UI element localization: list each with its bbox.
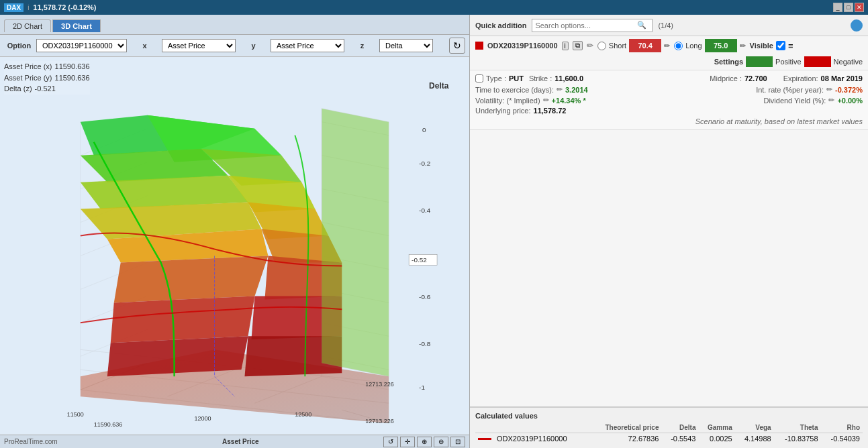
close-button[interactable]: ✕ — [855, 3, 864, 12]
calc-rho: -0.54039 — [821, 433, 863, 445]
search-input[interactable] — [535, 21, 636, 30]
tab-2d-chart[interactable]: 2D Chart — [4, 19, 51, 32]
az-value: -0.521 — [35, 83, 56, 95]
calc-header-vega: Vega — [735, 423, 774, 433]
volatility-edit-icon[interactable]: ✏ — [543, 96, 549, 105]
3d-chart-svg: Delta 0 -0.2 -0.4 -0.52 -0.52 -0.6 -0.8 … — [0, 57, 469, 435]
negative-label: Negative — [834, 58, 863, 66]
volatility-item: Volatility: (* Implied) ✏ +14.34% * — [475, 96, 586, 105]
int-rate-key: Int. rate (%per year): — [756, 86, 824, 94]
long-value-input[interactable]: 75.0 — [705, 39, 737, 52]
ay-value: 11590.636 — [55, 72, 90, 84]
int-rate-edit-icon[interactable]: ✏ — [826, 85, 832, 94]
ax-value: 11590.636 — [55, 61, 90, 72]
chart-tools: ↺ ✛ ⊕ ⊖ ⊡ — [383, 437, 465, 447]
option-copy-button[interactable]: ⧉ — [573, 41, 583, 50]
axis-controls: Option ODX20319P1160000 x Asset Price y … — [0, 35, 469, 57]
tool-move[interactable]: ✛ — [400, 437, 415, 447]
calc-header-delta: Delta — [661, 423, 698, 433]
long-group: Long 75.0 ✏ — [674, 39, 745, 52]
svg-text:-0.4: -0.4 — [419, 207, 431, 214]
brand-text: ProRealTime.com — [4, 438, 58, 445]
x-axis-bottom-label: Asset Price — [222, 438, 258, 445]
volatility-key: Volatility: (* Implied) — [475, 97, 540, 105]
az-label: Delta (z) — [4, 83, 32, 95]
midprice-val: 72.700 — [744, 74, 767, 82]
settings-section: Settings Positive Negative — [714, 56, 863, 67]
calculated-title: Calculated values — [475, 412, 863, 420]
calc-vega: 4.14988 — [735, 433, 774, 445]
option-info-button[interactable]: i — [562, 42, 569, 50]
tab-3d-chart[interactable]: 3D Chart — [52, 19, 101, 32]
dividend-edit-icon[interactable]: ✏ — [828, 96, 834, 105]
svg-text:0: 0 — [422, 126, 426, 133]
tool-zoom-out[interactable]: ⊖ — [434, 437, 448, 447]
dividend-key: Dividend Yield (%): — [763, 97, 826, 105]
svg-text:12713.226: 12713.226 — [365, 418, 393, 425]
option-name: ODX20319P1160000 — [487, 42, 558, 50]
right-spacer — [470, 130, 868, 406]
dividend-item: Dividend Yield (%): ✏ +0.00% — [763, 96, 863, 105]
maximize-button[interactable]: □ — [844, 3, 853, 12]
search-icon: 🔍 — [637, 21, 646, 30]
midprice-key: Midprice : — [710, 74, 742, 82]
strike-val: 11,600.0 — [554, 74, 583, 82]
option-edit-icon[interactable]: ✏ — [587, 41, 593, 50]
svg-marker-37 — [114, 256, 269, 302]
calc-header-rho: Rho — [821, 423, 863, 433]
visible-checkbox[interactable] — [776, 41, 785, 50]
left-panel: 2D Chart 3D Chart Option ODX20319P116000… — [0, 15, 470, 448]
short-radio[interactable] — [597, 42, 606, 50]
option-select[interactable]: ODX20319P1160000 — [36, 39, 127, 52]
minimize-button[interactable]: _ — [833, 3, 842, 12]
expiration-val: 08 Mar 2019 — [821, 74, 863, 82]
tool-reset[interactable]: ↺ — [383, 437, 398, 447]
z-axis-select[interactable]: Delta — [379, 39, 433, 52]
tool-zoom-in[interactable]: ⊕ — [417, 437, 432, 447]
svg-marker-41 — [107, 336, 248, 376]
quick-addition-bar: Quick addition 🔍 (1/4) — [470, 15, 868, 36]
type-val: PUT — [509, 74, 524, 82]
y-axis-select[interactable]: Asset Price — [271, 39, 344, 52]
expiration-key: Expiration: — [783, 74, 818, 82]
info-badge: i — [28, 4, 29, 11]
tool-fit[interactable]: ⊡ — [450, 437, 465, 447]
time-edit-icon[interactable]: ✏ — [557, 85, 563, 94]
scenario-note: Scenario at maturity, based on latest ma… — [475, 117, 863, 125]
blue-indicator — [851, 19, 863, 32]
underlying-val: 11,578.72 — [534, 107, 567, 115]
strike-key: Strike : — [529, 74, 552, 82]
x-axis-select[interactable]: Asset Price — [162, 39, 236, 52]
option-row: ODX20319P1160000 i ⧉ ✏ Short 70.4 ✏ Long… — [470, 36, 868, 70]
short-long-group: Short 70.4 ✏ — [597, 39, 670, 52]
svg-text:-0.8: -0.8 — [419, 340, 431, 347]
option-group: Option ODX20319P1160000 — [4, 39, 127, 52]
details-row-1: Type : PUT Strike : 11,600.0 Midprice : … — [475, 74, 863, 82]
visible-section: Visible ≡ — [750, 41, 793, 51]
svg-marker-43 — [322, 109, 389, 376]
calc-header-name — [475, 423, 590, 433]
int-rate-item: Int. rate (%per year): ✏ -0.372% — [756, 85, 863, 94]
page-info: (1/4) — [658, 21, 673, 30]
short-edit-icon[interactable]: ✏ — [664, 42, 670, 50]
underlying-item: Underlying price: 11,578.72 — [475, 107, 566, 115]
short-label: Short — [609, 42, 626, 50]
option-label: Option — [4, 42, 34, 50]
type-checkbox[interactable] — [475, 74, 483, 82]
calc-row: ODX20319P1160000 72.67836 -0.5543 0.0025… — [475, 433, 863, 445]
ax-label: Asset Price (x) — [4, 61, 52, 72]
option-color-indicator — [475, 42, 483, 50]
long-radio[interactable] — [674, 42, 683, 50]
calc-gamma: 0.0025 — [698, 433, 734, 445]
long-edit-icon[interactable]: ✏ — [740, 42, 746, 50]
svg-text:-1: -1 — [419, 384, 425, 391]
volatility-val: +14.34% * — [552, 97, 586, 105]
positive-label: Positive — [775, 58, 802, 66]
svg-text:12500: 12500 — [295, 411, 311, 418]
svg-text:-0.52: -0.52 — [412, 256, 427, 264]
svg-text:11500: 11500 — [67, 411, 84, 418]
search-box: 🔍 — [532, 19, 653, 32]
short-value-input[interactable]: 70.4 — [629, 39, 661, 52]
dividend-val: +0.00% — [837, 97, 863, 105]
refresh-button[interactable]: ↻ — [449, 38, 465, 54]
